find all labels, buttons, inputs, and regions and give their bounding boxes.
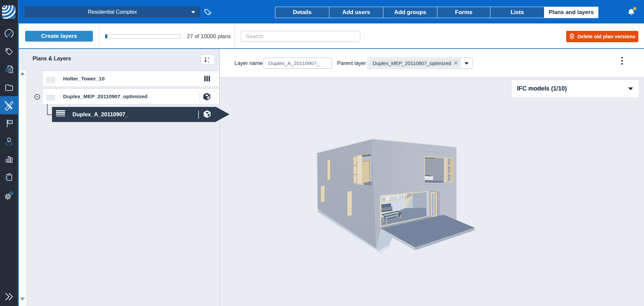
svg-text:a: a: [208, 57, 210, 60]
svg-text:z: z: [208, 60, 209, 63]
